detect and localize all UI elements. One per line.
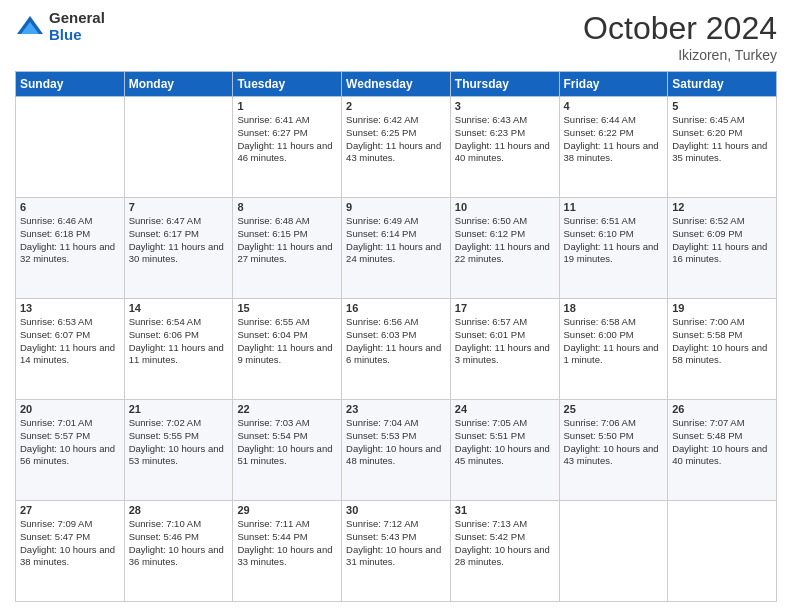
day-cell: 26Sunrise: 7:07 AM Sunset: 5:48 PM Dayli… [668, 400, 777, 501]
day-info: Sunrise: 6:41 AM Sunset: 6:27 PM Dayligh… [237, 114, 337, 165]
day-cell [16, 97, 125, 198]
day-number: 6 [20, 201, 120, 213]
day-header-sunday: Sunday [16, 72, 125, 97]
day-cell: 14Sunrise: 6:54 AM Sunset: 6:06 PM Dayli… [124, 299, 233, 400]
day-cell: 22Sunrise: 7:03 AM Sunset: 5:54 PM Dayli… [233, 400, 342, 501]
day-info: Sunrise: 7:11 AM Sunset: 5:44 PM Dayligh… [237, 518, 337, 569]
day-number: 23 [346, 403, 446, 415]
week-row-1: 6Sunrise: 6:46 AM Sunset: 6:18 PM Daylig… [16, 198, 777, 299]
day-cell: 25Sunrise: 7:06 AM Sunset: 5:50 PM Dayli… [559, 400, 668, 501]
day-cell [124, 97, 233, 198]
day-cell [559, 501, 668, 602]
day-number: 14 [129, 302, 229, 314]
day-number: 29 [237, 504, 337, 516]
day-info: Sunrise: 6:47 AM Sunset: 6:17 PM Dayligh… [129, 215, 229, 266]
day-number: 22 [237, 403, 337, 415]
day-header-monday: Monday [124, 72, 233, 97]
day-header-saturday: Saturday [668, 72, 777, 97]
day-number: 2 [346, 100, 446, 112]
day-header-tuesday: Tuesday [233, 72, 342, 97]
page: General Blue October 2024 Ikizoren, Turk… [0, 0, 792, 612]
day-info: Sunrise: 6:43 AM Sunset: 6:23 PM Dayligh… [455, 114, 555, 165]
day-cell: 27Sunrise: 7:09 AM Sunset: 5:47 PM Dayli… [16, 501, 125, 602]
calendar-header: SundayMondayTuesdayWednesdayThursdayFrid… [16, 72, 777, 97]
logo-icon [15, 12, 45, 42]
day-cell: 4Sunrise: 6:44 AM Sunset: 6:22 PM Daylig… [559, 97, 668, 198]
day-info: Sunrise: 7:04 AM Sunset: 5:53 PM Dayligh… [346, 417, 446, 468]
day-cell: 21Sunrise: 7:02 AM Sunset: 5:55 PM Dayli… [124, 400, 233, 501]
day-info: Sunrise: 6:54 AM Sunset: 6:06 PM Dayligh… [129, 316, 229, 367]
day-number: 31 [455, 504, 555, 516]
day-info: Sunrise: 7:13 AM Sunset: 5:42 PM Dayligh… [455, 518, 555, 569]
day-cell: 24Sunrise: 7:05 AM Sunset: 5:51 PM Dayli… [450, 400, 559, 501]
day-cell: 10Sunrise: 6:50 AM Sunset: 6:12 PM Dayli… [450, 198, 559, 299]
day-number: 10 [455, 201, 555, 213]
week-row-2: 13Sunrise: 6:53 AM Sunset: 6:07 PM Dayli… [16, 299, 777, 400]
day-cell: 11Sunrise: 6:51 AM Sunset: 6:10 PM Dayli… [559, 198, 668, 299]
week-row-3: 20Sunrise: 7:01 AM Sunset: 5:57 PM Dayli… [16, 400, 777, 501]
day-number: 3 [455, 100, 555, 112]
day-cell: 30Sunrise: 7:12 AM Sunset: 5:43 PM Dayli… [342, 501, 451, 602]
header-row: SundayMondayTuesdayWednesdayThursdayFrid… [16, 72, 777, 97]
day-number: 21 [129, 403, 229, 415]
day-cell: 23Sunrise: 7:04 AM Sunset: 5:53 PM Dayli… [342, 400, 451, 501]
day-info: Sunrise: 7:02 AM Sunset: 5:55 PM Dayligh… [129, 417, 229, 468]
day-cell: 18Sunrise: 6:58 AM Sunset: 6:00 PM Dayli… [559, 299, 668, 400]
day-info: Sunrise: 6:42 AM Sunset: 6:25 PM Dayligh… [346, 114, 446, 165]
day-number: 17 [455, 302, 555, 314]
day-cell: 17Sunrise: 6:57 AM Sunset: 6:01 PM Dayli… [450, 299, 559, 400]
day-info: Sunrise: 6:58 AM Sunset: 6:00 PM Dayligh… [564, 316, 664, 367]
day-number: 25 [564, 403, 664, 415]
header: General Blue October 2024 Ikizoren, Turk… [15, 10, 777, 63]
day-number: 18 [564, 302, 664, 314]
day-cell: 12Sunrise: 6:52 AM Sunset: 6:09 PM Dayli… [668, 198, 777, 299]
day-info: Sunrise: 7:07 AM Sunset: 5:48 PM Dayligh… [672, 417, 772, 468]
calendar-table: SundayMondayTuesdayWednesdayThursdayFrid… [15, 71, 777, 602]
day-cell: 19Sunrise: 7:00 AM Sunset: 5:58 PM Dayli… [668, 299, 777, 400]
logo-text: General Blue [49, 10, 105, 43]
day-number: 9 [346, 201, 446, 213]
day-info: Sunrise: 7:12 AM Sunset: 5:43 PM Dayligh… [346, 518, 446, 569]
day-number: 26 [672, 403, 772, 415]
day-header-friday: Friday [559, 72, 668, 97]
day-info: Sunrise: 6:51 AM Sunset: 6:10 PM Dayligh… [564, 215, 664, 266]
day-info: Sunrise: 6:50 AM Sunset: 6:12 PM Dayligh… [455, 215, 555, 266]
day-cell: 3Sunrise: 6:43 AM Sunset: 6:23 PM Daylig… [450, 97, 559, 198]
logo: General Blue [15, 10, 105, 43]
day-cell: 16Sunrise: 6:56 AM Sunset: 6:03 PM Dayli… [342, 299, 451, 400]
day-header-thursday: Thursday [450, 72, 559, 97]
day-number: 28 [129, 504, 229, 516]
day-info: Sunrise: 6:53 AM Sunset: 6:07 PM Dayligh… [20, 316, 120, 367]
day-info: Sunrise: 7:05 AM Sunset: 5:51 PM Dayligh… [455, 417, 555, 468]
day-info: Sunrise: 6:48 AM Sunset: 6:15 PM Dayligh… [237, 215, 337, 266]
day-number: 5 [672, 100, 772, 112]
day-number: 11 [564, 201, 664, 213]
day-info: Sunrise: 6:45 AM Sunset: 6:20 PM Dayligh… [672, 114, 772, 165]
day-number: 16 [346, 302, 446, 314]
day-cell: 20Sunrise: 7:01 AM Sunset: 5:57 PM Dayli… [16, 400, 125, 501]
day-number: 4 [564, 100, 664, 112]
day-cell: 5Sunrise: 6:45 AM Sunset: 6:20 PM Daylig… [668, 97, 777, 198]
day-info: Sunrise: 6:46 AM Sunset: 6:18 PM Dayligh… [20, 215, 120, 266]
day-number: 1 [237, 100, 337, 112]
day-info: Sunrise: 7:03 AM Sunset: 5:54 PM Dayligh… [237, 417, 337, 468]
day-cell: 2Sunrise: 6:42 AM Sunset: 6:25 PM Daylig… [342, 97, 451, 198]
day-number: 13 [20, 302, 120, 314]
day-info: Sunrise: 6:44 AM Sunset: 6:22 PM Dayligh… [564, 114, 664, 165]
day-cell: 31Sunrise: 7:13 AM Sunset: 5:42 PM Dayli… [450, 501, 559, 602]
day-cell [668, 501, 777, 602]
day-info: Sunrise: 6:52 AM Sunset: 6:09 PM Dayligh… [672, 215, 772, 266]
week-row-0: 1Sunrise: 6:41 AM Sunset: 6:27 PM Daylig… [16, 97, 777, 198]
day-number: 8 [237, 201, 337, 213]
day-cell: 29Sunrise: 7:11 AM Sunset: 5:44 PM Dayli… [233, 501, 342, 602]
month-title: October 2024 [583, 10, 777, 47]
day-number: 27 [20, 504, 120, 516]
day-number: 19 [672, 302, 772, 314]
day-info: Sunrise: 7:00 AM Sunset: 5:58 PM Dayligh… [672, 316, 772, 367]
day-cell: 28Sunrise: 7:10 AM Sunset: 5:46 PM Dayli… [124, 501, 233, 602]
day-number: 7 [129, 201, 229, 213]
day-cell: 15Sunrise: 6:55 AM Sunset: 6:04 PM Dayli… [233, 299, 342, 400]
day-info: Sunrise: 6:49 AM Sunset: 6:14 PM Dayligh… [346, 215, 446, 266]
title-area: October 2024 Ikizoren, Turkey [583, 10, 777, 63]
day-info: Sunrise: 7:10 AM Sunset: 5:46 PM Dayligh… [129, 518, 229, 569]
